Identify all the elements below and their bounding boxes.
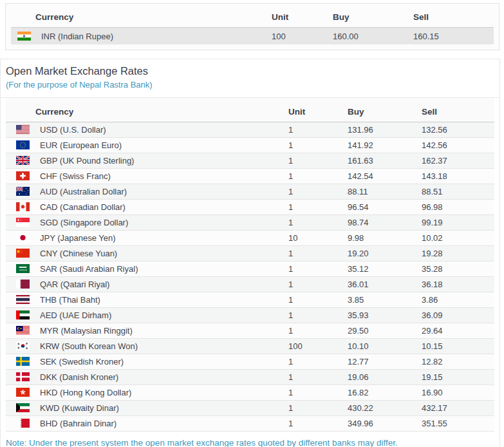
buy-value: 19.20 — [348, 249, 422, 258]
buy-value: 36.01 — [348, 280, 422, 289]
flag-krw-icon — [16, 341, 30, 350]
unit-value: 1 — [288, 264, 348, 274]
column-header-currency: Currency — [11, 10, 272, 27]
flag-hkd-icon — [16, 388, 30, 397]
buy-value: 349.96 — [348, 419, 422, 428]
currency-cell: SGD (Singapore Dollar) — [6, 218, 288, 227]
unit-value: 1 — [288, 326, 348, 336]
table-row: HKD (Hong Kong Dollar)116.8216.90 — [6, 385, 494, 401]
currency-name: BHD (Bahrain Dinar) — [40, 419, 117, 428]
currency-cell: USD (U.S. Dollar) — [6, 125, 288, 135]
currency-cell: JPY (Japanese Yen) — [6, 233, 288, 243]
unit-value: 1 — [288, 388, 348, 397]
sell-value: 36.18 — [422, 280, 494, 289]
currency-name: SAR (Saudi Arabian Riyal) — [40, 264, 138, 274]
table-row: AUD (Australian Dollar)188.1188.51 — [6, 184, 494, 200]
flag-usd-icon — [16, 125, 30, 134]
currency-name: DKK (Danish Kroner) — [40, 372, 118, 382]
sell-value: 10.15 — [422, 341, 494, 351]
unit-value: 100 — [272, 32, 333, 41]
unit-value: 1 — [288, 419, 348, 428]
flag-inr-icon — [17, 32, 31, 41]
flag-cny-icon — [16, 249, 30, 258]
column-header-currency: Currency — [6, 98, 288, 122]
buy-value: 142.54 — [348, 171, 422, 181]
flag-cad-icon — [16, 202, 30, 211]
section-header: Open Market Exchange Rates (For the purp… — [1, 59, 499, 98]
unit-value: 1 — [288, 125, 348, 135]
unit-value: 1 — [288, 295, 348, 305]
currency-cell: SAR (Saudi Arabian Riyal) — [6, 264, 288, 274]
flag-bhd-icon — [16, 419, 30, 428]
table-row: BHD (Bahrain Dinar)1349.96351.55 — [6, 416, 494, 432]
table-row: GBP (UK Pound Sterling)1161.63162.37 — [6, 153, 494, 169]
buy-value: 88.11 — [348, 187, 422, 196]
buy-value: 29.50 — [348, 326, 422, 336]
currency-name: KRW (South Korean Won) — [40, 341, 138, 351]
flag-gbp-icon — [16, 156, 30, 165]
rates-table-header: Currency Unit Buy Sell — [6, 98, 494, 122]
sell-value: 143.18 — [422, 171, 494, 181]
buy-value: 96.54 — [348, 202, 422, 212]
buy-value: 3.85 — [348, 295, 422, 305]
unit-value: 1 — [288, 171, 348, 181]
unit-value: 1 — [288, 249, 348, 258]
inr-table-body: INR (Indian Rupee)100160.00160.15 — [11, 28, 494, 44]
currency-cell: CAD (Canadian Dollar) — [6, 202, 288, 212]
rates-table: Currency Unit Buy Sell USD (U.S. Dollar)… — [6, 98, 494, 432]
rates-note: Note: Under the present system the open … — [1, 432, 499, 447]
currency-cell: EUR (European Euro) — [6, 140, 288, 150]
table-row: CAD (Canadian Dollar)196.5496.98 — [6, 200, 494, 215]
table-row: EUR (European Euro)1141.92142.56 — [6, 138, 494, 153]
currency-name: MYR (Malaysian Ringgit) — [40, 326, 133, 336]
currency-cell: CNY (Chinese Yuan) — [6, 249, 288, 258]
currency-name: AUD (Australian Dollar) — [40, 187, 127, 196]
table-row: INR (Indian Rupee)100160.00160.15 — [11, 28, 494, 44]
currency-cell: HKD (Hong Kong Dollar) — [6, 388, 288, 397]
unit-value: 1 — [288, 218, 348, 227]
currency-cell: AUD (Australian Dollar) — [6, 187, 288, 196]
inr-table-header: Currency Unit Buy Sell — [11, 10, 494, 28]
currency-cell: CHF (Swiss Franc) — [6, 171, 288, 181]
currency-cell: SEK (Swedish Kroner) — [6, 357, 288, 366]
sell-value: 16.90 — [422, 388, 494, 397]
currency-name: HKD (Hong Kong Dollar) — [40, 388, 131, 397]
sell-value: 162.37 — [422, 156, 494, 166]
currency-cell: MYR (Malaysian Ringgit) — [6, 326, 288, 336]
currency-cell: THB (Thai Baht) — [6, 295, 288, 305]
currency-name: SEK (Swedish Kroner) — [40, 357, 124, 366]
unit-value: 1 — [288, 357, 348, 366]
buy-value: 19.06 — [348, 372, 422, 382]
currency-cell: QAR (Qatari Riyal) — [6, 280, 288, 289]
sell-value: 12.82 — [422, 357, 494, 366]
currency-name: CNY (Chinese Yuan) — [40, 249, 117, 258]
table-row: KWD (Kuwaity Dinar)1430.22432.17 — [6, 401, 494, 416]
column-header-sell: Sell — [413, 10, 494, 27]
currency-name: SGD (Singapore Dollar) — [40, 218, 128, 227]
sell-value: 29.64 — [422, 326, 494, 336]
currency-name: KWD (Kuwaity Dinar) — [40, 403, 119, 413]
unit-value: 1 — [288, 403, 348, 413]
flag-eur-icon — [16, 140, 30, 149]
table-row: MYR (Malaysian Ringgit)129.5029.64 — [6, 323, 494, 339]
table-row: USD (U.S. Dollar)1131.96132.56 — [6, 122, 494, 138]
buy-value: 141.92 — [348, 140, 422, 150]
sell-value: 35.28 — [422, 264, 494, 274]
flag-qar-icon — [16, 280, 30, 289]
sell-value: 132.56 — [422, 125, 494, 135]
unit-value: 1 — [288, 202, 348, 212]
currency-name: CAD (Canadian Dollar) — [40, 202, 126, 212]
currency-name: USD (U.S. Dollar) — [40, 125, 106, 135]
sell-value: 96.98 — [422, 202, 494, 212]
currency-cell: DKK (Danish Kroner) — [6, 372, 288, 382]
flag-thb-icon — [16, 295, 30, 304]
unit-value: 1 — [288, 310, 348, 320]
sell-value: 351.55 — [422, 419, 494, 428]
section-subtitle: (For the purpose of Nepal Rastra Bank) — [6, 80, 494, 97]
buy-value: 12.77 — [348, 357, 422, 366]
unit-value: 10 — [288, 233, 348, 243]
currency-name: CHF (Swiss Franc) — [40, 171, 111, 181]
buy-value: 161.63 — [348, 156, 422, 166]
currency-cell: KWD (Kuwaity Dinar) — [6, 403, 288, 413]
sell-value: 88.51 — [422, 187, 494, 196]
